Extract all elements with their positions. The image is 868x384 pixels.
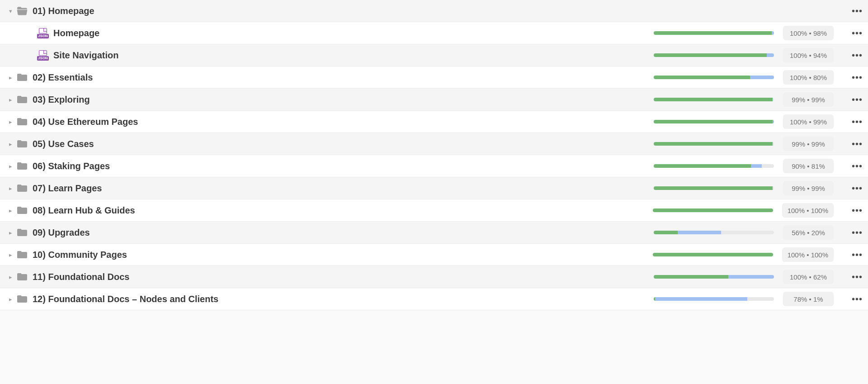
progress-badge: 56% • 20% (783, 225, 834, 240)
progress-badge: 78% • 1% (783, 292, 834, 306)
item-name[interactable]: 10) Community Pages (33, 250, 653, 260)
more-menu-icon[interactable]: ••• (844, 272, 863, 282)
folder-row[interactable]: ▸10) Community Pages100% • 100%••• (0, 244, 868, 266)
folder-row[interactable]: ▸05) Use Cases99% • 99%••• (0, 133, 868, 155)
progress-approved (654, 275, 728, 279)
folder-row[interactable]: ▸12) Foundational Docs – Nodes and Clien… (0, 288, 868, 310)
folder-row[interactable]: ▸02) Essentials100% • 80%••• (0, 66, 868, 89)
folder-row[interactable]: ▸09) Upgrades56% • 20%••• (0, 222, 868, 244)
file-row[interactable]: JSONHomepage100% • 98%••• (0, 22, 868, 44)
progress-bar (654, 231, 774, 234)
folder-row[interactable]: ▸04) Use Ethereum Pages100% • 99%••• (0, 111, 868, 133)
more-menu-icon[interactable]: ••• (844, 294, 863, 304)
folder-row[interactable]: ▸11) Foundational Docs100% • 62%••• (0, 266, 868, 288)
item-name[interactable]: 08) Learn Hub & Guides (33, 205, 653, 216)
progress-badge: 100% • 62% (783, 270, 834, 284)
folder-icon (16, 206, 28, 215)
progress-translated (751, 164, 762, 168)
item-name[interactable]: 05) Use Cases (33, 139, 654, 149)
progress-bar (653, 253, 773, 256)
folder-icon (16, 184, 28, 193)
folder-icon (16, 294, 28, 303)
progress-bar (654, 98, 774, 101)
folder-icon (16, 139, 28, 148)
more-menu-icon[interactable]: ••• (844, 228, 863, 238)
progress-bar (654, 186, 774, 190)
chevron-right-icon[interactable]: ▸ (6, 119, 14, 125)
folder-row[interactable]: ▾01) Homepage••• (0, 0, 868, 22)
progress-approved (654, 120, 773, 123)
more-menu-icon[interactable]: ••• (844, 117, 863, 127)
folder-row[interactable]: ▸06) Staking Pages90% • 81%••• (0, 155, 868, 177)
progress-bar (654, 76, 774, 79)
item-name[interactable]: 07) Learn Pages (33, 183, 654, 194)
item-name[interactable]: Site Navigation (53, 50, 654, 61)
progress-approved (654, 142, 773, 146)
chevron-right-icon[interactable]: ▸ (6, 274, 14, 280)
folder-icon (16, 161, 28, 171)
progress-badge: 99% • 99% (783, 181, 834, 195)
progress-bar (654, 31, 774, 35)
item-name[interactable]: 04) Use Ethereum Pages (33, 117, 654, 127)
folder-row[interactable]: ▸08) Learn Hub & Guides100% • 100%••• (0, 199, 868, 222)
folder-icon (16, 250, 28, 259)
progress-translated (678, 231, 721, 234)
chevron-right-icon[interactable]: ▸ (6, 185, 14, 192)
item-name[interactable]: 09) Upgrades (33, 228, 654, 238)
more-menu-icon[interactable]: ••• (844, 95, 863, 105)
progress-badge: 90% • 81% (783, 159, 834, 173)
more-menu-icon[interactable]: ••• (844, 250, 863, 260)
json-file-icon: JSON (37, 27, 49, 39)
progress-badge: 100% • 100% (782, 203, 834, 218)
progress-bar (654, 120, 774, 123)
chevron-right-icon[interactable]: ▸ (6, 229, 14, 236)
progress-approved (654, 186, 773, 190)
item-name[interactable]: 01) Homepage (33, 6, 654, 16)
progress-approved (654, 76, 750, 79)
progress-bar (654, 142, 774, 146)
chevron-right-icon[interactable]: ▸ (6, 141, 14, 147)
progress-translated (655, 297, 748, 301)
folder-row[interactable]: ▸07) Learn Pages99% • 99%••• (0, 177, 868, 199)
progress-bar (654, 164, 774, 168)
more-menu-icon[interactable]: ••• (844, 161, 863, 171)
more-menu-icon[interactable]: ••• (844, 50, 863, 61)
folder-icon (16, 272, 28, 281)
more-menu-icon[interactable]: ••• (844, 183, 863, 194)
more-menu-icon[interactable]: ••• (844, 6, 863, 16)
chevron-right-icon[interactable]: ▸ (6, 207, 14, 214)
chevron-right-icon[interactable]: ▸ (6, 296, 14, 303)
progress-badge: 100% • 94% (783, 48, 834, 62)
folder-icon (16, 117, 28, 126)
progress-translated (728, 275, 774, 279)
chevron-right-icon[interactable]: ▸ (6, 96, 14, 103)
file-row[interactable]: JSONSite Navigation100% • 94%••• (0, 44, 868, 66)
item-name[interactable]: 11) Foundational Docs (33, 272, 654, 282)
translation-tree: ▾01) Homepage•••JSONHomepage100% • 98%••… (0, 0, 868, 310)
more-menu-icon[interactable]: ••• (844, 205, 863, 216)
item-name[interactable]: 12) Foundational Docs – Nodes and Client… (33, 294, 654, 304)
folder-icon (16, 73, 28, 82)
folder-icon (16, 228, 28, 237)
more-menu-icon[interactable]: ••• (844, 28, 863, 38)
progress-approved (654, 53, 767, 57)
chevron-right-icon[interactable]: ▸ (6, 251, 14, 258)
chevron-right-icon[interactable]: ▸ (6, 163, 14, 170)
more-menu-icon[interactable]: ••• (844, 72, 863, 83)
item-name[interactable]: 06) Staking Pages (33, 161, 654, 171)
progress-badge: 100% • 99% (783, 114, 834, 129)
progress-badge: 100% • 80% (783, 70, 834, 85)
chevron-down-icon[interactable]: ▾ (6, 8, 14, 14)
folder-row[interactable]: ▸03) Exploring99% • 99%••• (0, 89, 868, 111)
progress-approved (653, 209, 773, 212)
more-menu-icon[interactable]: ••• (844, 139, 863, 149)
progress-badge: 99% • 99% (783, 137, 834, 151)
chevron-right-icon[interactable]: ▸ (6, 74, 14, 81)
json-file-icon: JSON (37, 49, 49, 61)
item-name[interactable]: Homepage (53, 28, 654, 38)
item-name[interactable]: 02) Essentials (33, 72, 654, 83)
progress-approved (654, 231, 678, 234)
progress-approved (653, 253, 773, 256)
progress-bar (654, 275, 774, 279)
item-name[interactable]: 03) Exploring (33, 95, 654, 105)
